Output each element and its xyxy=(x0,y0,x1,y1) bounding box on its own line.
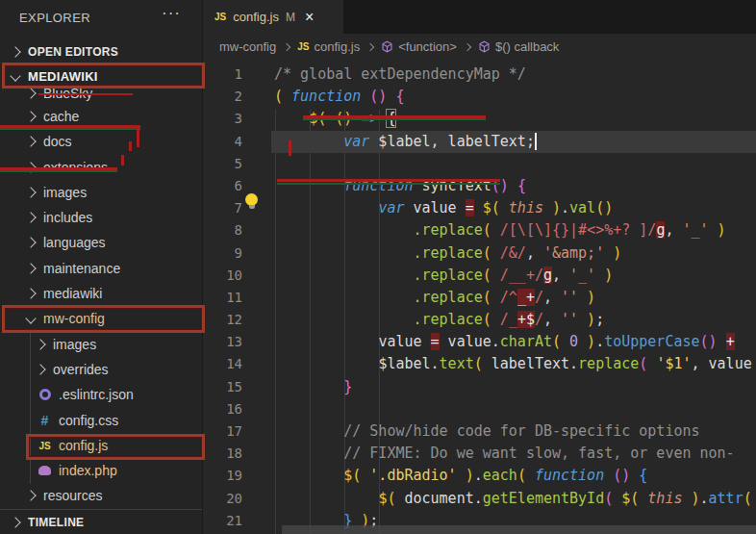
code-line-9[interactable]: 9 .replace( /&/, '&amp;' ) xyxy=(203,242,756,265)
code-line-16[interactable]: 16 xyxy=(203,398,756,420)
breadcrumb-label: <function> xyxy=(398,39,457,54)
open-editors-label: OPEN EDITORS xyxy=(28,45,118,59)
line-number: 21 xyxy=(203,510,242,532)
code-line-14[interactable]: 14 $label.text( labelText.replace( '$1',… xyxy=(203,353,756,375)
code-text: $( () => { xyxy=(271,108,756,130)
chevron-right-icon xyxy=(25,162,36,172)
chevron-down-icon xyxy=(25,313,36,323)
line-number: 15 xyxy=(203,376,242,398)
code-line-3[interactable]: 3 $( () => { xyxy=(203,108,756,130)
chevron-right-icon xyxy=(25,212,36,222)
code-line-10[interactable]: 10 .replace( /__+/g, '_' ) xyxy=(203,265,756,287)
code-text: var $label, labelText; xyxy=(271,131,756,153)
more-actions-icon[interactable]: ··· xyxy=(162,4,181,23)
tree-item-resources[interactable]: resources xyxy=(0,483,229,508)
code-text: value = value.charAt( 0 ).toUpperCase() … xyxy=(271,331,756,353)
code-line-13[interactable]: 13 value = value.charAt( 0 ).toUpperCase… xyxy=(203,331,756,353)
tree-item-extensions[interactable]: extensions xyxy=(0,155,229,180)
open-editors-section[interactable]: OPEN EDITORS xyxy=(0,40,202,64)
code-text: .replace( /&/, '&amp;' ) xyxy=(271,242,756,265)
code-line-11[interactable]: 11 .replace( /^_+/, '' ) xyxy=(203,287,756,309)
tree-item-maintenance[interactable]: maintenance xyxy=(0,256,229,281)
tree-item-includes[interactable]: includes xyxy=(0,205,229,230)
code-text xyxy=(271,153,756,175)
tree-item-label: overrides xyxy=(53,362,109,377)
explorer-sidebar: EXPLORER ··· OPEN EDITORS MEDIAWIKI Blue… xyxy=(0,0,203,534)
tree-item-label: config.css xyxy=(59,413,118,428)
line-number: 8 xyxy=(203,219,242,242)
symbol-namespace-icon xyxy=(478,40,491,53)
code-line-17[interactable]: 17 // Show/hide code for DB-specific opt… xyxy=(203,420,756,443)
line-number: 16 xyxy=(203,398,242,420)
code-text: function syncText() { xyxy=(271,175,756,197)
code-text: $( document.getElementById( $( this ).at… xyxy=(271,488,756,510)
sidebar-title: EXPLORER xyxy=(19,11,90,25)
chevron-right-icon xyxy=(25,187,36,197)
line-number: 1 xyxy=(203,64,242,86)
text-cursor xyxy=(535,133,537,150)
breadcrumb-separator-icon xyxy=(366,42,374,50)
code-text: // Show/hide code for DB-specific option… xyxy=(271,420,756,443)
tree-item-label: config.js xyxy=(59,438,108,453)
chevron-right-icon xyxy=(25,111,36,121)
code-text xyxy=(271,398,756,420)
line-number: 2 xyxy=(203,86,242,108)
code-text: var value = $( this ).val() xyxy=(271,197,756,219)
tree-item-docs[interactable]: docs xyxy=(0,129,229,154)
code-line-2[interactable]: 2( function () { xyxy=(203,86,756,108)
code-text: $label.text( labelText.replace( '$1', va… xyxy=(271,353,756,375)
line-number: 17 xyxy=(203,420,242,443)
tree-item-mw-config[interactable]: mw-config xyxy=(0,306,229,331)
code-line-12[interactable]: 12 .replace( /_+$/, '' ); xyxy=(203,309,756,331)
breadcrumb-separator-icon xyxy=(464,42,471,50)
code-text: .replace( /^_+/, '' ) xyxy=(271,287,756,309)
horizontal-scrollbar[interactable] xyxy=(282,525,756,534)
tree-item-label: resources xyxy=(43,488,102,503)
line-number: 12 xyxy=(203,309,242,331)
tree-item-mediawiki[interactable]: mediawiki xyxy=(0,281,229,306)
line-number: 19 xyxy=(203,465,242,487)
vscode-window: EXPLORER ··· OPEN EDITORS MEDIAWIKI Blue… xyxy=(0,0,756,534)
js-file-icon: JS xyxy=(297,41,309,52)
tree-item-languages[interactable]: languages xyxy=(0,230,229,255)
code-lines: 1/* global extDependencyMap */2( functio… xyxy=(203,60,756,534)
chevron-right-icon xyxy=(25,88,36,98)
code-line-1[interactable]: 1/* global extDependencyMap */ xyxy=(203,64,756,86)
symbol-namespace-icon xyxy=(381,40,393,53)
code-line-7[interactable]: 7 var value = $( this ).val() xyxy=(203,197,756,219)
tree-item-label: includes xyxy=(43,210,92,225)
code-line-19[interactable]: 19 $( '.dbRadio' ).each( function () { xyxy=(203,465,756,487)
chevron-right-icon xyxy=(25,288,36,298)
sidebar-header: EXPLORER ··· xyxy=(0,0,202,35)
tree-item-images[interactable]: images xyxy=(0,180,229,205)
code-line-6[interactable]: 6 function syncText() { xyxy=(203,175,756,197)
breadcrumb-item[interactable]: mw-config xyxy=(219,39,276,54)
code-line-8[interactable]: 8 .replace( /[\[\]{}|#<>%+? ]/g, '_' ) xyxy=(203,219,756,242)
tree-item-label: languages xyxy=(43,235,106,250)
code-editor[interactable]: 1/* global extDependencyMap */2( functio… xyxy=(203,60,756,534)
code-line-5[interactable]: 5 xyxy=(203,153,756,175)
code-line-4[interactable]: 4 var $label, labelText; xyxy=(203,131,756,153)
tab-config-js[interactable]: JS config.js M × xyxy=(203,0,343,34)
breadcrumb-item[interactable]: <function> xyxy=(381,39,457,54)
breadcrumb-item[interactable]: JSconfig.js xyxy=(297,39,360,54)
close-icon[interactable]: × xyxy=(305,10,314,25)
timeline-section[interactable]: TIMELINE xyxy=(0,509,202,534)
code-line-20[interactable]: 20 $( document.getElementById( $( this )… xyxy=(203,488,756,510)
code-line-18[interactable]: 18 // FIXME: Do we want slow, fast, or e… xyxy=(203,443,756,465)
tab-bar: JS config.js M × xyxy=(203,0,756,34)
js-icon: JS xyxy=(37,441,53,451)
line-number: 6 xyxy=(203,175,242,197)
chevron-down-icon xyxy=(10,70,20,81)
css-icon: # xyxy=(37,413,53,428)
line-number: 20 xyxy=(203,488,242,510)
tree-item-cache[interactable]: cache xyxy=(0,104,229,129)
chevron-right-icon xyxy=(10,517,20,527)
chevron-right-icon xyxy=(25,263,36,273)
lightbulb-icon[interactable] xyxy=(245,193,258,206)
chevron-right-icon xyxy=(25,490,36,500)
code-line-15[interactable]: 15 } xyxy=(203,376,756,398)
breadcrumb-item[interactable]: $() callback xyxy=(478,39,559,54)
timeline-label: TIMELINE xyxy=(28,516,84,529)
tree-item-bluesky[interactable]: BlueSky xyxy=(0,81,229,106)
